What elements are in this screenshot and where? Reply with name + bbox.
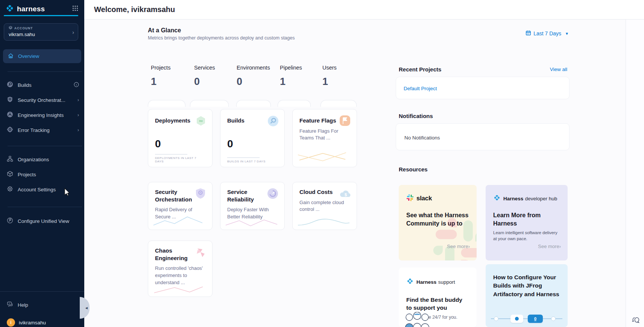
support-people-illustration	[404, 312, 430, 327]
devhub-card-heading: Learn More from Harness	[493, 211, 550, 227]
jfrog-article-card[interactable]: How to Configure Your Builds with JFrog …	[486, 264, 568, 327]
support-card-heading: Find the Best buddy to support you	[406, 296, 469, 312]
cd-module-icon: ∞	[194, 114, 208, 128]
security-orchestration-card[interactable]: Security Orchestration Rapid Delivery of…	[148, 182, 213, 230]
deployments-card[interactable]: Deployments ∞ 0 DEPLOYMENTS IN LAST 7 DA…	[148, 109, 213, 167]
account-label: ACCOUNT	[14, 26, 33, 30]
sidebar-item-projects[interactable]: Projects	[0, 167, 84, 182]
brand-harness: Harness	[503, 196, 523, 201]
metric-value: 1	[322, 76, 364, 88]
help-chat-icon: ?	[7, 301, 13, 309]
sidebar-item-label: Projects	[18, 172, 79, 177]
app-grid-icon[interactable]	[72, 5, 78, 13]
harness-logo-icon	[406, 277, 414, 286]
at-a-glance-subtitle: Metrics brings together deployments acro…	[148, 35, 295, 41]
service-reliability-card[interactable]: Service Reliability Deploy Faster With B…	[220, 182, 285, 230]
devhub-card-subtext: Learn intelligent software delivery at y…	[493, 230, 560, 242]
slack-see-more-link[interactable]: See more›	[447, 244, 470, 249]
slack-watermark-icon	[431, 215, 477, 260]
cloud-costs-sparkline	[296, 216, 351, 227]
svg-text:∞: ∞	[199, 118, 203, 124]
feature-flags-card[interactable]: Feature Flags Feature Flags For Teams Th…	[292, 109, 357, 167]
security-sparkline	[152, 215, 207, 227]
chevron-right-icon: ›	[77, 112, 79, 118]
main-content: At a Glance Metrics brings together depl…	[84, 20, 644, 327]
card-desc: Run controlled 'chaos' experiments to un…	[155, 265, 204, 286]
sidebar-item-help[interactable]: ? Help	[0, 297, 84, 312]
slack-community-card[interactable]: slack See what the Harness Community is …	[399, 185, 477, 260]
chaos-module-icon	[194, 246, 208, 259]
sidebar-item-builds[interactable]: Builds	[0, 77, 84, 92]
avatar: i	[7, 318, 15, 327]
metric-pipelines: Pipelines 1	[280, 65, 321, 88]
insights-icon	[7, 111, 13, 119]
metric-services: Services 0	[194, 65, 235, 88]
notifications-title: Notifications	[399, 113, 433, 119]
sto-module-icon	[194, 187, 208, 201]
mouse-cursor	[64, 188, 71, 198]
organizations-icon	[7, 156, 13, 163]
pipeline-stage-badge: 0	[528, 315, 543, 323]
harness-logo-icon	[493, 194, 501, 203]
sidebar-item-label: Configure Unified View	[18, 218, 79, 224]
sidebar-item-configure-unified-view[interactable]: Configure Unified View	[0, 213, 84, 229]
metric-value: 1	[151, 76, 192, 88]
sidebar-item-label: Help	[18, 302, 79, 308]
metric-users: Users 1	[322, 65, 364, 88]
sidebar-divider	[8, 207, 82, 207]
sidebar: harness ACCOUNT vikram.sahu › Overview B…	[0, 0, 84, 327]
sidebar-item-label: Builds	[18, 82, 69, 88]
metric-label: Users	[322, 65, 364, 71]
sidebar-item-overview[interactable]: Overview	[3, 49, 81, 63]
cloud-costs-card[interactable]: Cloud Costs $ Gain complete cloud contro…	[292, 182, 357, 230]
slack-icon	[406, 194, 414, 203]
notifications-card: No Notifications	[396, 123, 570, 150]
sidebar-divider	[8, 146, 82, 146]
scroll-gutter[interactable]	[626, 20, 644, 327]
devhub-see-more-link[interactable]: See more›	[538, 244, 561, 249]
reliability-sparkline	[224, 218, 279, 227]
jfrog-card-heading: How to Configure Your Builds with JFrog …	[493, 273, 560, 298]
right-panel: Recent Projects View all Default Project…	[396, 20, 570, 327]
sidebar-item-error-tracking[interactable]: Error Tracking ›	[0, 123, 84, 138]
builds-card[interactable]: Builds 0 BUILDS IN LAST 7 DAYS	[220, 109, 285, 167]
resources-title: Resources	[399, 166, 428, 173]
sidebar-divider	[0, 291, 84, 292]
account-selector[interactable]: ACCOUNT vikram.sahu ›	[4, 23, 78, 41]
card-title: Chaos Engineering	[155, 247, 197, 262]
metric-label: Services	[194, 65, 235, 71]
metric-value: 0	[237, 76, 278, 88]
logo-underline	[4, 15, 78, 16]
notifications-empty-text: No Notifications	[404, 135, 440, 141]
project-link-default-project[interactable]: Default Project	[404, 86, 437, 91]
card-title: Service Reliability	[227, 188, 269, 203]
chevron-right-icon: ›	[77, 97, 79, 103]
gear-icon	[7, 186, 13, 193]
developer-hub-card[interactable]: Harness developer hub Learn More from Ha…	[486, 185, 568, 260]
sidebar-item-organizations[interactable]: Organizations	[0, 152, 84, 167]
ccm-module-icon: $	[339, 187, 352, 201]
sidebar-item-label: Organizations	[18, 157, 79, 162]
sidebar-item-account-settings[interactable]: Account Settings	[0, 182, 84, 197]
sidebar-divider	[8, 71, 82, 72]
harness-support-card[interactable]: Harness support Find the Best buddy to s…	[399, 268, 477, 327]
chaos-sparkline	[152, 285, 207, 294]
recent-projects-card: Default Project	[396, 77, 570, 99]
sidebar-item-label: Error Tracking	[18, 127, 73, 133]
card-title: Security Orchestration	[155, 188, 197, 203]
srm-module-icon	[266, 187, 280, 201]
chaos-engineering-card[interactable]: Chaos Engineering Run controlled 'chaos'…	[148, 241, 213, 297]
account-name: vikram.sahu	[9, 32, 74, 37]
card-title: Cloud Costs	[299, 188, 342, 196]
sidebar-item-engineering-insights[interactable]: Engineering Insights ›	[0, 107, 84, 123]
card-caption: DEPLOYMENTS IN LAST 7 DAYS	[155, 156, 200, 163]
chat-widget-icon[interactable]	[631, 314, 642, 326]
sidebar-item-security-orchestration[interactable]: Security Orchestrat... ›	[0, 92, 84, 107]
pipeline-stage-icon	[510, 315, 523, 323]
harness-logo[interactable]: harness	[5, 4, 45, 14]
user-menu[interactable]: i ivikramsahu	[7, 318, 46, 327]
metric-trend-cards	[148, 100, 358, 107]
shield-icon	[7, 96, 13, 104]
view-all-link[interactable]: View all	[550, 67, 567, 72]
info-icon[interactable]	[74, 82, 79, 88]
